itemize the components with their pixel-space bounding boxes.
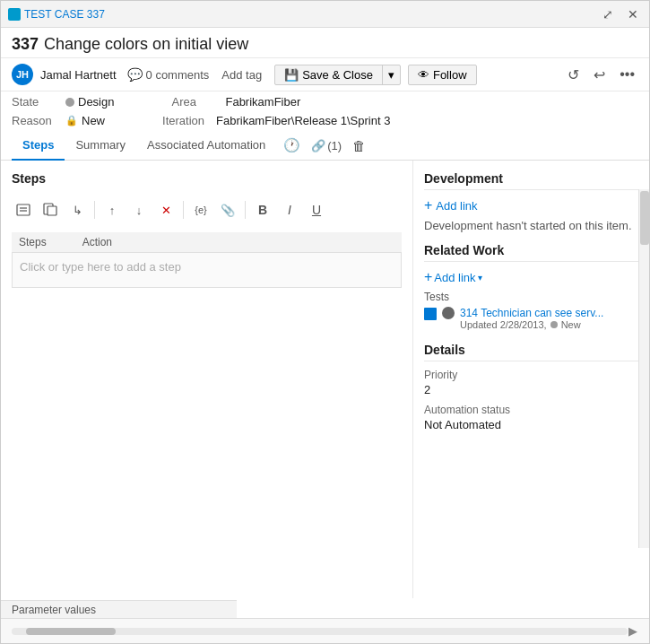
more-options-icon[interactable]: ••• [616,65,638,84]
parameter-values-label: Parameter values [12,604,96,616]
col-action: Action [82,236,112,248]
state-dot [65,98,74,107]
scroll-right-arrow[interactable]: ▶ [628,624,638,638]
bold-button[interactable]: B [251,198,274,222]
priority-value: 2 [424,383,638,396]
step-placeholder: Click or type here to add a step [20,260,181,274]
reason-group: Reason 🔒 New [12,114,105,127]
updated-text: Updated 2/28/2013, [460,319,547,330]
comments-button[interactable]: 💬 0 comments [127,67,210,82]
underline-button[interactable]: U [305,198,328,222]
undo-icon[interactable]: ↩ [590,65,609,85]
toolbar-row: JH Jamal Hartnett 💬 0 comments Add tag 💾… [1,58,649,91]
avatar-initials: JH [16,69,29,80]
save-close-main[interactable]: 💾 Save & Close [275,65,383,84]
details-section: Details Priority 2 Automation status Not… [424,343,638,431]
related-item-info: 314 Technician can see serv... Updated 2… [460,307,638,330]
comments-count: 0 comments [146,68,210,82]
vertical-scrollbar[interactable] [638,189,649,548]
related-add-link-button[interactable]: + Add link ▾ [424,269,638,285]
work-item-header: 337 Change colors on initial view [1,28,649,58]
col-steps: Steps [19,236,47,248]
dev-add-link-label: Add link [436,199,477,213]
lock-icon: 🔒 [65,115,78,126]
tab-steps[interactable]: Steps [12,131,65,161]
related-add-link-label: Add link [434,271,475,284]
title-bar: TEST CASE 337 ⤢ ✕ [1,1,649,28]
trash-icon[interactable]: 🗑 [349,135,369,157]
work-item-title: 337 Change colors on initial view [12,35,638,54]
steps-toolbar: ↳ ↑ ↓ ✕ {e} 📎 B I U [12,195,402,225]
follow-button[interactable]: 👁 Follow [408,65,477,85]
move-down-button[interactable]: ↓ [127,198,151,222]
plus-icon: + [424,197,432,213]
related-item-title[interactable]: 314 Technician can see serv... [460,307,603,319]
iteration-value[interactable]: FabrikamFiber\Release 1\Sprint 3 [216,114,390,127]
tabs-bar: Steps Summary Associated Automation 🕐 🔗 … [1,131,649,161]
title-bar-link[interactable]: TEST CASE 337 [8,8,105,21]
new-status-badge [550,321,558,328]
h-scroll-thumb[interactable] [26,628,116,635]
attach-button[interactable]: 📎 [216,198,239,222]
links-icon[interactable]: 🔗 (1) [308,135,345,156]
development-title: Development [424,171,638,190]
reason-value[interactable]: 🔒 New [65,114,105,127]
tab-summary[interactable]: Summary [65,131,136,161]
delete-step-button[interactable]: ✕ [154,198,178,222]
steps-header: Steps Action [12,232,402,252]
expand-icon[interactable]: ⤢ [599,5,617,23]
meta-fields-2: Reason 🔒 New Iteration FabrikamFiber\Rel… [1,112,649,131]
svg-rect-4 [48,206,56,215]
iteration-group: Iteration FabrikamFiber\Release 1\Sprint… [162,114,390,127]
user-avatar-icon [442,307,455,319]
automation-status-row: Automation status Not Automated [424,404,638,431]
chevron-down-icon: ▾ [478,273,482,283]
scroll-thumb[interactable] [640,191,649,245]
area-label: Area [171,95,225,109]
save-close-dropdown[interactable]: ▾ [383,65,400,84]
test-case-icon [8,8,21,21]
insert-button[interactable]: ↳ [65,198,89,222]
eye-icon: 👁 [418,68,429,82]
save-close-button[interactable]: 💾 Save & Close ▾ [274,65,401,85]
add-shared-step-button[interactable] [39,198,62,222]
follow-label: Follow [433,68,467,82]
priority-row: Priority 2 [424,369,638,396]
close-icon[interactable]: ✕ [624,5,642,23]
add-step-button[interactable] [12,198,35,222]
right-panel: Development + Add link Development hasn'… [413,161,649,598]
svg-rect-0 [17,205,30,215]
area-value[interactable]: FabrikamFiber [225,95,300,109]
italic-button[interactable]: I [278,198,301,222]
refresh-icon[interactable]: ↺ [564,65,583,85]
tab-automation[interactable]: Associated Automation [136,131,276,161]
related-work-item: 314 Technician can see serv... Updated 2… [424,307,638,330]
reason-text: New [82,114,105,127]
automation-status-value: Not Automated [424,418,638,431]
dev-add-link-button[interactable]: + Add link [424,197,638,213]
history-icon[interactable]: 🕐 [280,134,304,157]
item-status-text: New [561,319,581,330]
horizontal-scrollbar[interactable] [12,628,628,635]
state-label: State [12,95,65,109]
reason-label: Reason [12,114,65,127]
divider-2 [183,201,184,219]
related-type-label: Tests [424,291,638,303]
title-bar-label: TEST CASE 337 [24,8,105,21]
step-input-area[interactable]: Click or type here to add a step [12,252,402,288]
work-item-type-icon [424,308,437,320]
state-text: Design [78,95,114,109]
title-bar-actions: ⤢ ✕ [599,5,642,23]
add-tag-button[interactable]: Add tag [216,66,267,83]
state-group: State Design [12,95,114,109]
insert-var-button[interactable]: {e} [189,198,212,222]
divider-3 [245,201,246,219]
divider-1 [94,201,95,219]
work-item-id: 337 [12,35,39,54]
comment-icon: 💬 [127,67,143,82]
steps-title: Steps [12,171,402,186]
iteration-label: Iteration [162,114,216,127]
save-close-label: Save & Close [302,68,373,82]
move-up-button[interactable]: ↑ [100,198,124,222]
state-value[interactable]: Design [65,95,114,109]
